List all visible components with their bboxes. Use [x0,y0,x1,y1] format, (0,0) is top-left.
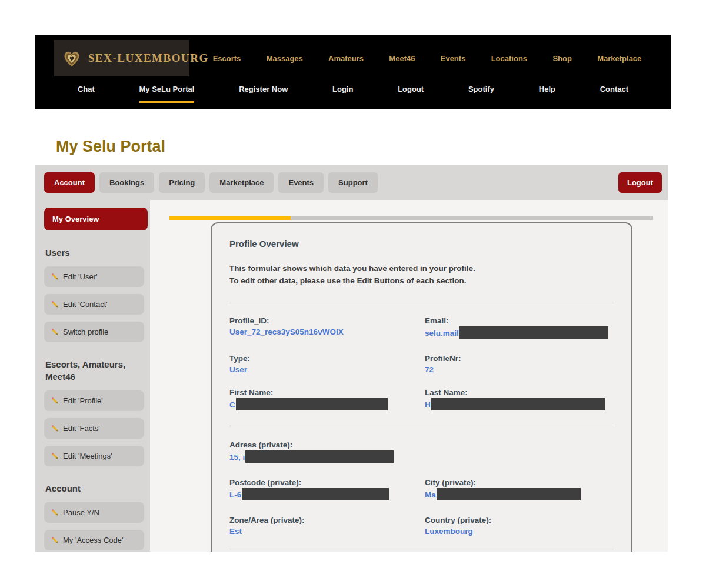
redaction-block [242,488,389,500]
card-title: Profile Overview [229,239,614,249]
sidebar-section-heading-escorts-amateurs-meet46: Escorts, Amateurs, Meet46 [45,358,146,383]
sidebar-item-edit-profile[interactable]: Edit 'Profile' [44,390,144,411]
sidebar-item-my-access-code[interactable]: My 'Access Code' [44,530,144,550]
nav-meet46[interactable]: Meet46 [389,54,415,63]
field-value-text: 15, i [229,453,245,462]
field-adress-private: Adress (private):15, i [229,440,425,464]
card-intro-line2: To edit other data, please use the Edit … [229,275,614,288]
field-value-text: User_72_recs3yS05n16vWOiX [229,328,344,336]
sidebar: My Overview UsersEdit 'User'Edit 'Contac… [44,208,153,552]
divider [229,302,614,302]
brand-emblem-icon [61,48,82,69]
field-email: Email:selu.mail [425,316,614,340]
tab-bookings[interactable]: Bookings [99,172,154,193]
field-label: First Name: [229,388,425,397]
field-value: User_72_recs3yS05n16vWOiX [229,328,425,336]
profile-overview-card: Profile Overview This formular shows whi… [211,222,632,552]
pencil-icon [51,273,59,280]
sidebar-item-edit-meetings[interactable]: Edit 'Meetings' [44,446,144,466]
nav-my-selu-portal[interactable]: My SeLu Portal [139,85,195,103]
nav-escorts[interactable]: Escorts [213,54,241,63]
content-area: Profile Overview This formular shows whi… [150,200,668,552]
field-row: Zone/Area (private):EstCountry (private)… [229,516,614,536]
sidebar-section-heading-users: Users [45,246,146,259]
field-value-text: 72 [425,365,434,374]
nav-locations[interactable]: Locations [491,54,527,63]
redaction-block [236,398,388,410]
nav-shop[interactable]: Shop [552,54,572,63]
field-label: Last Name: [425,388,614,397]
tab-support[interactable]: Support [328,172,378,193]
profile-fields: Profile_ID:User_72_recs3yS05n16vWOiXEmai… [229,316,614,550]
field-last-name: Last Name:H [425,388,614,412]
nav-events[interactable]: Events [441,54,466,63]
nav-massages[interactable]: Massages [267,54,303,63]
sidebar-item-switch-profile[interactable]: Switch profile [44,322,144,342]
field-value-text: Est [229,527,242,536]
nav-register-now[interactable]: Register Now [239,85,288,101]
nav-spotify[interactable]: Spotify [468,85,494,101]
card-intro: This formular shows which data you have … [229,263,614,288]
field-value: L-6 [229,489,425,502]
redaction-block [437,488,581,500]
field-row: Postcode (private):L-6City (private):Ma [229,478,614,502]
progress-bar [169,216,653,220]
sidebar-item-label: Edit 'Contact' [63,300,108,309]
tab-events[interactable]: Events [278,172,324,193]
nav-chat[interactable]: Chat [78,85,95,101]
pencil-icon [51,452,59,460]
sidebar-item-label: Edit 'Meetings' [63,452,112,460]
field-value-text: User [229,365,247,374]
nav-marketplace[interactable]: Marketplace [597,54,641,63]
logout-button[interactable]: Logout [618,172,662,193]
tab-pricing[interactable]: Pricing [159,172,205,193]
field-country-private: Country (private):Luxembourg [425,516,614,536]
tab-bar: AccountBookingsPricingMarketplaceEventsS… [35,165,668,200]
sidebar-item-label: My 'Access Code' [63,536,124,544]
field-value-text: L-6 [229,490,241,499]
site-header: SEX-LUXEMBOURG EscortsMassagesAmateursMe… [35,35,671,109]
sidebar-item-edit-user[interactable]: Edit 'User' [44,266,144,287]
field-label: Email: [425,316,614,325]
header-row-primary: SEX-LUXEMBOURG EscortsMassagesAmateursMe… [35,35,671,76]
field-value-text: C [229,400,235,409]
field-row: Adress (private):15, i [229,440,614,464]
brand-logo[interactable]: SEX-LUXEMBOURG [54,40,189,76]
field-profile-id: Profile_ID:User_72_recs3yS05n16vWOiX [229,316,425,340]
field-value: 15, i [229,452,425,464]
card-intro-line1: This formular shows which data you have … [229,263,614,275]
field-value: C [229,399,425,412]
redaction-block [431,398,605,410]
brand-name: SEX-LUXEMBOURG [88,52,209,65]
nav-help[interactable]: Help [539,85,555,101]
nav-login[interactable]: Login [332,85,353,101]
tab-marketplace[interactable]: Marketplace [209,172,274,193]
field-value: selu.mail [425,328,614,340]
pencil-icon [51,425,59,432]
field-label: Adress (private): [229,440,425,449]
nav-contact[interactable]: Contact [600,85,628,101]
pencil-icon [51,397,59,405]
portal-panel: AccountBookingsPricingMarketplaceEventsS… [35,165,668,552]
sidebar-item-edit-facts[interactable]: Edit 'Facts' [44,418,144,439]
field-value: Luxembourg [425,527,614,536]
field-row: Type:UserProfileNr:72 [229,354,614,374]
field-zone-area-private: Zone/Area (private):Est [229,516,425,536]
primary-nav: EscortsMassagesAmateursMeet46EventsLocat… [200,54,654,63]
tab-account[interactable]: Account [44,172,95,193]
field-label: Type: [229,354,425,363]
sidebar-section-heading-account: Account [45,482,146,495]
field-first-name: First Name:C [229,388,425,412]
redaction-block [459,326,608,339]
sidebar-item-label: Switch profile [63,328,108,336]
sidebar-item-edit-contact[interactable]: Edit 'Contact' [44,294,144,315]
field-profilenr: ProfileNr:72 [425,354,614,374]
sidebar-item-pause-y-n[interactable]: Pause Y/N [44,502,144,523]
nav-amateurs[interactable]: Amateurs [328,54,364,63]
field-row: Profile_ID:User_72_recs3yS05n16vWOiXEmai… [229,316,614,340]
field-postcode-private: Postcode (private):L-6 [229,478,425,502]
sidebar-item-my-overview[interactable]: My Overview [44,208,148,230]
field-value: Est [229,527,425,536]
nav-logout[interactable]: Logout [398,85,424,101]
field-value-text: H [425,400,431,409]
